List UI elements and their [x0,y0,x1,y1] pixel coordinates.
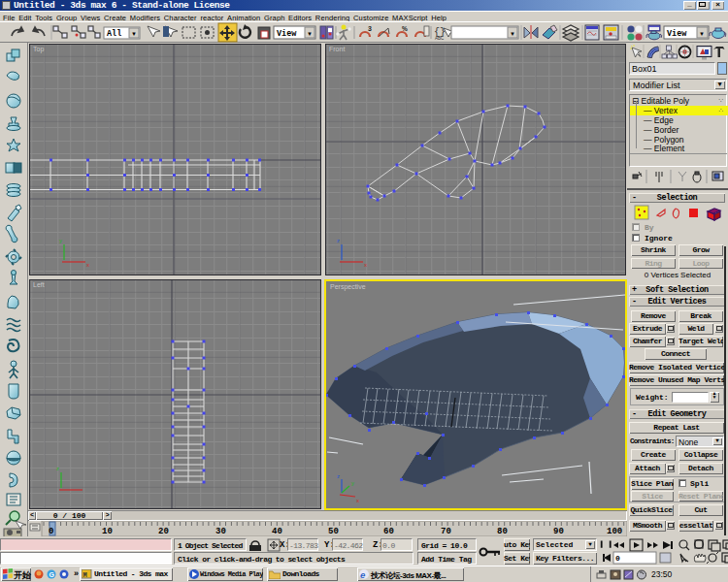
svg-text:70: 70 [441,527,451,536]
svg-text:%: % [402,25,408,32]
svg-text:▼: ▼ [699,31,705,37]
svg-text:G: G [50,571,55,578]
svg-text:View: View [667,29,687,39]
svg-text:z: z [337,238,340,243]
svg-text:All: All [107,29,121,39]
svg-text:e: e [360,571,366,580]
svg-text:M: M [83,571,87,579]
svg-text:0: 0 [49,527,53,536]
svg-text:▼: ▼ [510,31,515,37]
svg-text:10: 10 [102,527,113,536]
svg-text:▼: ▼ [307,31,313,37]
svg-text:z: z [56,466,59,471]
svg-text:x: x [86,262,89,268]
svg-text:50: 50 [328,527,339,536]
svg-text:40: 40 [272,527,282,536]
svg-text:80: 80 [497,527,508,536]
svg-text:y: y [351,480,354,486]
svg-text:20: 20 [158,527,169,536]
svg-text:y: y [59,238,62,243]
svg-text:90: 90 [553,527,564,536]
svg-text:z: z [337,473,340,479]
svg-text:▼: ▼ [131,31,137,37]
svg-text:30: 30 [215,527,226,536]
svg-text:x: x [356,498,359,503]
svg-text:60: 60 [383,527,394,536]
svg-text:ABC: ABC [435,36,445,41]
svg-text:0: 0 [615,554,620,563]
svg-text:View: View [277,29,297,39]
svg-text:x: x [364,262,367,268]
svg-text:100: 100 [607,527,622,536]
svg-text:3: 3 [368,25,372,32]
